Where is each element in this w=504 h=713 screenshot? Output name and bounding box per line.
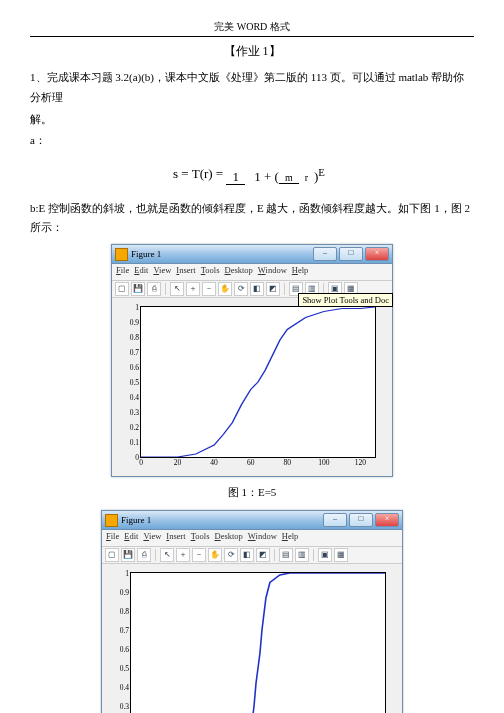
curve-e5: [141, 307, 375, 457]
menu-file[interactable]: File: [116, 265, 129, 279]
colorbar-icon[interactable]: ▥: [295, 548, 309, 562]
minimize-button[interactable]: –: [323, 513, 347, 527]
part-a-label: a：: [30, 131, 474, 151]
menu-help[interactable]: Help: [292, 265, 309, 279]
zoom-in-icon[interactable]: ＋: [176, 548, 190, 562]
datatip-icon[interactable]: ◧: [250, 282, 264, 296]
figure-2-container: Figure 1 – □ × File Edit View Insert Too…: [30, 510, 474, 713]
tooltip: Show Plot Tools and Doc: [298, 293, 393, 307]
rotate-icon[interactable]: ⟳: [224, 548, 238, 562]
close-button[interactable]: ×: [375, 513, 399, 527]
menu-file[interactable]: File: [106, 531, 119, 545]
pan-icon[interactable]: ✋: [218, 282, 232, 296]
menu-edit[interactable]: Edit: [124, 531, 138, 545]
assignment-title: 【作业 1】: [30, 43, 474, 60]
menu-view[interactable]: View: [153, 265, 171, 279]
plottools-icon[interactable]: ▣: [318, 548, 332, 562]
menu-edit[interactable]: Edit: [134, 265, 148, 279]
menu-help[interactable]: Help: [282, 531, 299, 545]
titlebar[interactable]: Figure 1 – □ ×: [102, 511, 402, 530]
formula-denominator: 1 + (mr)E: [248, 169, 331, 184]
menu-window[interactable]: Window: [248, 531, 277, 545]
formula-numerator: 1: [226, 169, 245, 185]
maximize-button[interactable]: □: [349, 513, 373, 527]
figure-1-caption: 图 1：E=5: [30, 485, 474, 500]
curve-large-e: [131, 573, 385, 713]
maximize-button[interactable]: □: [339, 247, 363, 261]
menu-view[interactable]: View: [143, 531, 161, 545]
brush-icon[interactable]: ◩: [266, 282, 280, 296]
matlab-figure-window-2: Figure 1 – □ × File Edit View Insert Too…: [101, 510, 403, 713]
formula-main-fraction: 1 1 + (mr)E: [226, 165, 331, 184]
print-icon[interactable]: ⎙: [137, 548, 151, 562]
menu-tools[interactable]: Tools: [191, 531, 210, 545]
header-rule: [30, 36, 474, 37]
window-title: Figure 1: [131, 249, 161, 259]
close-button[interactable]: ×: [365, 247, 389, 261]
menu-desktop[interactable]: Desktop: [215, 531, 243, 545]
zoom-out-icon[interactable]: －: [192, 548, 206, 562]
question-line-2: 解。: [30, 110, 474, 130]
menu-desktop[interactable]: Desktop: [225, 265, 253, 279]
window-title: Figure 1: [121, 515, 151, 525]
page-header: 完美 WORD 格式: [30, 20, 474, 34]
axes-1[interactable]: 0 0.1 0.2 0.3 0.4 0.5 0.6 0.7 0.8 0.9 1 …: [140, 306, 376, 458]
question-line-1: 1、完成课本习题 3.2(a)(b)，课本中文版《处理》第二版的 113 页。可…: [30, 68, 474, 108]
zoom-in-icon[interactable]: ＋: [186, 282, 200, 296]
datatip-icon[interactable]: ◧: [240, 548, 254, 562]
dock-icon[interactable]: ▦: [334, 548, 348, 562]
brush-icon[interactable]: ◩: [256, 548, 270, 562]
toolbar: ▢ 💾 ⎙ ↖ ＋ － ✋ ⟳ ◧ ◩ ▤ ▥ ▣ ▦: [102, 547, 402, 564]
menu-insert[interactable]: Insert: [176, 265, 195, 279]
plot-area: 0 0.1 0.2 0.3 0.4 0.5 0.6 0.7 0.8 0.9 1 …: [112, 298, 392, 476]
matlab-figure-window-1: Figure 1 – □ × File Edit View Insert Too…: [111, 244, 393, 477]
menubar: File Edit View Insert Tools Desktop Wind…: [102, 530, 402, 547]
save-icon[interactable]: 💾: [121, 548, 135, 562]
pan-icon[interactable]: ✋: [208, 548, 222, 562]
pointer-icon[interactable]: ↖: [160, 548, 174, 562]
part-b-text: b:E 控制函数的斜坡，也就是函数的倾斜程度，E 越大，函数倾斜程度越大。如下图…: [30, 199, 474, 239]
matlab-icon: [115, 248, 128, 261]
menu-window[interactable]: Window: [258, 265, 287, 279]
titlebar[interactable]: Figure 1 – □ ×: [112, 245, 392, 264]
menu-insert[interactable]: Insert: [166, 531, 185, 545]
print-icon[interactable]: ⎙: [147, 282, 161, 296]
legend-icon[interactable]: ▤: [279, 548, 293, 562]
zoom-out-icon[interactable]: －: [202, 282, 216, 296]
formula-block: s = T(r) = 1 1 + (mr)E: [30, 165, 474, 184]
pointer-icon[interactable]: ↖: [170, 282, 184, 296]
plot-area: 0 0.1 0.2 0.3 0.4 0.5 0.6 0.7 0.8 0.9 1 …: [102, 564, 402, 713]
new-icon[interactable]: ▢: [105, 548, 119, 562]
minimize-button[interactable]: –: [313, 247, 337, 261]
figure-1-container: Figure 1 – □ × File Edit View Insert Too…: [30, 244, 474, 477]
menubar: File Edit View Insert Tools Desktop Wind…: [112, 264, 392, 281]
axes-2[interactable]: 0 0.1 0.2 0.3 0.4 0.5 0.6 0.7 0.8 0.9 1 …: [130, 572, 386, 713]
save-icon[interactable]: 💾: [131, 282, 145, 296]
menu-tools[interactable]: Tools: [201, 265, 220, 279]
new-icon[interactable]: ▢: [115, 282, 129, 296]
matlab-icon: [105, 514, 118, 527]
formula-lhs: s = T(r) =: [173, 166, 223, 181]
rotate-icon[interactable]: ⟳: [234, 282, 248, 296]
